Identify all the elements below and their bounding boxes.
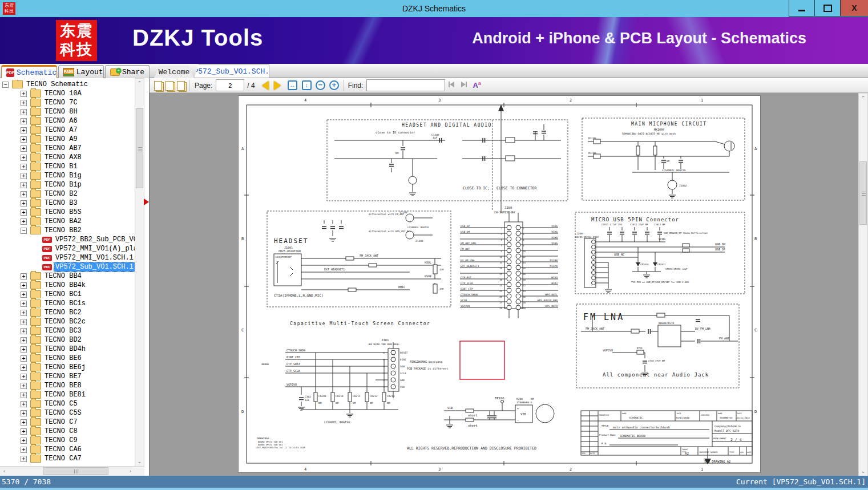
tree-item[interactable]: +TECNO BE7 [0,372,135,381]
tree-item-label[interactable]: TECNO BC2 [43,308,83,317]
tree-item[interactable]: +TECNO BC3 [0,326,135,335]
tree-item-label[interactable]: TECNO BA2 [43,217,83,226]
tab-close-icon[interactable]: x [276,68,279,75]
tree-item-label[interactable]: TECNO BE6 [43,354,83,363]
tree-item[interactable]: +TECNO BE8 [0,381,135,390]
expand-icon[interactable]: + [21,383,27,389]
tree-item[interactable]: +TECNO A6 [0,116,135,125]
sidebar-vertical-scrollbar[interactable]: ⌃ ⌄ [135,78,144,466]
expand-icon[interactable]: + [21,273,27,280]
tree-item-label[interactable]: TECNO CA7 [43,454,83,463]
page-number-input[interactable] [216,79,244,91]
tree-item[interactable]: +TECNO C9 [0,436,135,445]
tree-item[interactable]: +TECNO 7C [0,98,135,107]
tree-item-label[interactable]: VP572_MMI_VO1.SCH.1 [54,253,135,262]
expand-icon[interactable]: + [21,182,27,188]
tree-item-label[interactable]: TECNO C5 [43,399,79,408]
tree-item[interactable]: +TECNO BE6j [0,363,135,372]
tree-item-label[interactable]: TECNO Schematic [25,80,89,89]
tree-item-label[interactable]: VP572_MMI_VO1(A)_placemen [54,244,135,253]
tree-item-label[interactable]: TECNO BE7 [43,372,83,381]
tree-item-label[interactable]: TECNO A7 [43,125,79,135]
expand-icon[interactable]: + [21,419,27,426]
tree-item[interactable]: +TECNO AB7 [0,144,135,153]
tree-item[interactable]: +TECNO BC2 [0,308,135,317]
expand-icon[interactable]: + [21,310,27,316]
tree-item-label[interactable]: TECNO BC1s [43,299,87,308]
tree-item-label[interactable]: TECNO BE8 [43,381,83,390]
tree-item[interactable]: +TECNO 8H [0,107,135,116]
tree-item[interactable]: +TECNO A7 [0,125,135,135]
tree-item-label[interactable]: TECNO B2 [43,189,79,199]
match-case-icon[interactable]: Aa [473,80,481,90]
expand-icon[interactable]: + [21,127,27,133]
expand-icon[interactable]: + [21,136,27,143]
tree-item-label[interactable]: TECNO AB7 [43,144,83,153]
zoom-out-icon[interactable]: − [316,80,325,90]
fit-page-icon[interactable]: ↕ [302,80,312,90]
prev-page-icon[interactable] [262,81,269,90]
tree-item[interactable]: +TECNO 10A [0,89,135,98]
tab-schematic[interactable]: PDF Schematic [1,65,57,78]
expand-icon[interactable]: + [21,301,27,307]
tab-share[interactable]: Share [105,65,150,78]
tree-item-label[interactable]: TECNO BE8i [43,390,87,399]
tree-item-label[interactable]: TECNO 8H [43,107,79,116]
expand-icon[interactable]: + [21,401,27,407]
tree-item-label[interactable]: TECNO C8 [43,427,79,436]
expand-icon[interactable]: + [21,438,27,444]
collapse-icon[interactable]: − [2,82,9,88]
expand-icon[interactable]: + [21,91,27,97]
tree-item-label[interactable]: TECNO BB2 [43,226,83,235]
maximize-button[interactable] [814,0,840,17]
tree-item[interactable]: +TECNO BE6 [0,354,135,363]
tree-item-label[interactable]: TECNO BD4h [43,345,87,354]
expand-icon[interactable]: + [21,173,27,179]
tree-item-label[interactable]: TECNO CA6 [43,445,83,454]
expand-icon[interactable]: + [21,109,27,115]
close-button[interactable]: X [840,0,868,17]
page-copy-icon[interactable] [164,80,175,91]
tree-item-label[interactable]: TECNO BB4 [43,272,83,281]
collapse-icon[interactable]: − [21,228,27,234]
tree-item-label[interactable]: TECNO BC1 [43,290,83,299]
expand-icon[interactable]: + [21,365,27,371]
tree-item[interactable]: PDFVP572_Sub_VO1.SCH.1 [0,262,135,272]
tab-layout[interactable]: PADS Layout [58,65,104,78]
tree-item-label[interactable]: VP572_Sub_VO1.SCH.1 [54,262,135,272]
expand-icon[interactable]: + [21,456,27,462]
tree-item[interactable]: PDFVP572_BB2_Sub_PCB_VO1_pla [0,235,135,244]
expand-icon[interactable]: + [21,355,27,362]
expand-icon[interactable]: + [21,145,27,152]
tree-item-label[interactable]: TECNO C7 [43,418,79,427]
tab-welcome[interactable]: Welcome [154,66,194,78]
tree-item-label[interactable]: TECNO BC3 [43,326,83,335]
tree-item[interactable]: +TECNO A9 [0,135,135,144]
tree-item[interactable]: −TECNO Schematic [0,80,135,89]
sidebar-horizontal-scrollbar[interactable]: ‹ › [0,466,144,476]
tree-item[interactable]: +TECNO BB4k [0,281,135,290]
scrollbar-thumb[interactable] [859,161,867,225]
tree-item[interactable]: +TECNO B1g [0,171,135,180]
scroll-down-icon[interactable]: ⌄ [135,457,144,466]
next-page-icon[interactable] [274,81,281,90]
tree-item-label[interactable]: TECNO C9 [43,436,79,445]
tree-item[interactable]: +TECNO C7 [0,418,135,427]
find-input[interactable] [366,79,445,91]
expand-icon[interactable]: + [21,200,27,206]
expand-icon[interactable]: + [21,100,27,106]
expand-icon[interactable]: + [21,164,27,170]
tree-item[interactable]: +TECNO BC1 [0,290,135,299]
scroll-down-icon[interactable]: ⌄ [859,467,867,476]
expand-icon[interactable]: + [21,346,27,353]
expand-icon[interactable]: + [21,209,27,216]
tree-item[interactable]: +TECNO B1p [0,180,135,189]
viewer-vertical-scrollbar[interactable]: ⌃ ⌄ [858,93,868,476]
tree-item[interactable]: +TECNO CA6 [0,445,135,454]
scrollbar-thumb[interactable] [43,467,108,475]
tree-item[interactable]: +TECNO BD2 [0,335,135,345]
find-next-icon[interactable] [459,80,468,90]
tree-item[interactable]: +TECNO BC1s [0,299,135,308]
tree-item[interactable]: +TECNO B2 [0,189,135,199]
expand-icon[interactable]: + [21,447,27,453]
